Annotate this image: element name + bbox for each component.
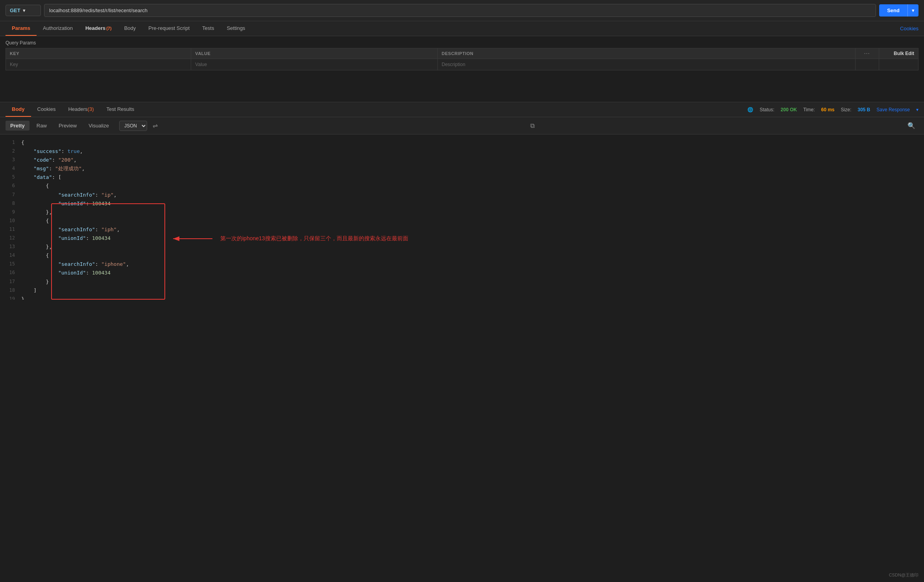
- line-8: 8 "unionId": 100434: [0, 199, 924, 208]
- tab-headers[interactable]: Headers(7): [79, 21, 118, 36]
- status-value: 200 OK: [781, 107, 797, 112]
- line-12: 12 "unionId": 100434: [0, 234, 924, 243]
- fmt-tab-visualize[interactable]: Visualize: [84, 121, 114, 131]
- fmt-tab-raw[interactable]: Raw: [32, 121, 52, 131]
- line-11: 11 "searchInfo": "iph",: [0, 225, 924, 234]
- fmt-tab-pretty[interactable]: Pretty: [6, 121, 30, 131]
- line-2: 2 "success": true,: [0, 147, 924, 156]
- response-meta: 🌐 Status: 200 OK Time: 60 ms Size: 305 B…: [747, 107, 918, 112]
- line-19: 19 }: [0, 295, 924, 300]
- tab-settings[interactable]: Settings: [220, 21, 251, 36]
- footer-watermark: CSDN@王德印: [889, 572, 918, 578]
- line-14: 14 {: [0, 251, 924, 260]
- response-tab-cookies[interactable]: Cookies: [31, 102, 62, 117]
- params-bulk-cell: [879, 59, 918, 70]
- format-select[interactable]: JSON XML HTML Text: [119, 121, 147, 131]
- line-13: 13 },: [0, 243, 924, 251]
- send-group: Send ▾: [879, 4, 918, 17]
- request-tabs: Params Authorization Headers(7) Body Pre…: [0, 21, 924, 36]
- save-response-dropdown-icon[interactable]: ▾: [916, 107, 918, 112]
- status-label: Status:: [760, 107, 774, 112]
- line-16: 16 "unionId": 100434: [0, 269, 924, 277]
- params-row-empty: Key Value Description: [6, 59, 918, 70]
- search-icon[interactable]: 🔍: [904, 120, 918, 131]
- bulk-edit-button[interactable]: Bulk Edit: [894, 51, 914, 56]
- send-button[interactable]: Send: [879, 4, 907, 17]
- response-tabs-row: Body Cookies Headers(3) Test Results 🌐 S…: [0, 102, 924, 117]
- tab-body[interactable]: Body: [118, 21, 142, 36]
- tab-tests[interactable]: Tests: [196, 21, 220, 36]
- send-dropdown-button[interactable]: ▾: [907, 4, 918, 17]
- col-header-bulk: Bulk Edit: [879, 48, 918, 59]
- url-input[interactable]: [44, 4, 876, 17]
- params-actions: [856, 59, 879, 70]
- fmt-tab-preview[interactable]: Preview: [54, 121, 81, 131]
- annotation-arrow: [169, 233, 216, 245]
- request-bar: GET ▾ Send ▾: [0, 0, 924, 21]
- save-response-button[interactable]: Save Response: [876, 107, 910, 112]
- col-header-actions: ···: [856, 48, 879, 59]
- params-value-input[interactable]: Value: [191, 59, 437, 70]
- line-4: 4 "msg": "处理成功",: [0, 164, 924, 173]
- line-6: 6 {: [0, 182, 924, 190]
- method-dropdown[interactable]: GET ▾: [6, 5, 41, 16]
- size-value: 305 B: [858, 107, 870, 112]
- line-9: 9 },: [0, 208, 924, 217]
- tab-authorization[interactable]: Authorization: [37, 21, 79, 36]
- params-table: KEY VALUE DESCRIPTION ··· Bulk Edit Key …: [6, 48, 918, 70]
- copy-icon[interactable]: ⧉: [527, 121, 538, 131]
- line-5: 5 "data": [: [0, 173, 924, 182]
- response-tab-body[interactable]: Body: [6, 102, 31, 117]
- response-tab-test-results[interactable]: Test Results: [100, 102, 141, 117]
- col-header-value: VALUE: [191, 48, 437, 59]
- line-18: 18 ]: [0, 286, 924, 295]
- query-params-section: Query Params KEY VALUE DESCRIPTION ··· B…: [0, 36, 924, 70]
- time-label: Time:: [803, 107, 815, 112]
- col-header-key: KEY: [6, 48, 191, 59]
- annotation: 第一次的iphone13搜索已被删除，只保留三个，而且最新的搜索永远在最前面: [169, 233, 408, 245]
- annotation-text: 第一次的iphone13搜索已被删除，只保留三个，而且最新的搜索永远在最前面: [220, 234, 408, 243]
- line-7: 7 "searchInfo": "ip",: [0, 191, 924, 199]
- globe-icon: 🌐: [747, 107, 753, 112]
- query-params-title: Query Params: [6, 40, 918, 46]
- line-17: 17 }: [0, 278, 924, 286]
- line-10: 10 {: [0, 217, 924, 225]
- time-value: 60 ms: [821, 107, 835, 112]
- line-15: 15 "searchInfo": "iphone",: [0, 260, 924, 269]
- chevron-down-icon: ▾: [23, 7, 26, 13]
- empty-space: [0, 70, 924, 102]
- tab-params[interactable]: Params: [6, 21, 37, 36]
- params-desc-input[interactable]: Description: [437, 59, 855, 70]
- params-key-input[interactable]: Key: [6, 59, 191, 70]
- more-options-icon[interactable]: ···: [864, 51, 870, 56]
- line-1: 1 {: [0, 138, 924, 147]
- word-wrap-icon[interactable]: ⇌: [149, 120, 161, 131]
- response-tab-headers[interactable]: Headers(3): [62, 102, 100, 117]
- json-body: 1 { 2 "success": true, 3 "code": "200", …: [0, 134, 924, 300]
- line-3: 3 "code": "200",: [0, 156, 924, 164]
- tab-pre-request-script[interactable]: Pre-request Script: [142, 21, 196, 36]
- col-header-description: DESCRIPTION: [437, 48, 855, 59]
- size-label: Size:: [841, 107, 852, 112]
- cookies-link[interactable]: Cookies: [900, 26, 918, 31]
- method-label: GET: [10, 7, 20, 13]
- response-section: Body Cookies Headers(3) Test Results 🌐 S…: [0, 102, 924, 300]
- format-bar: Pretty Raw Preview Visualize JSON XML HT…: [0, 117, 924, 134]
